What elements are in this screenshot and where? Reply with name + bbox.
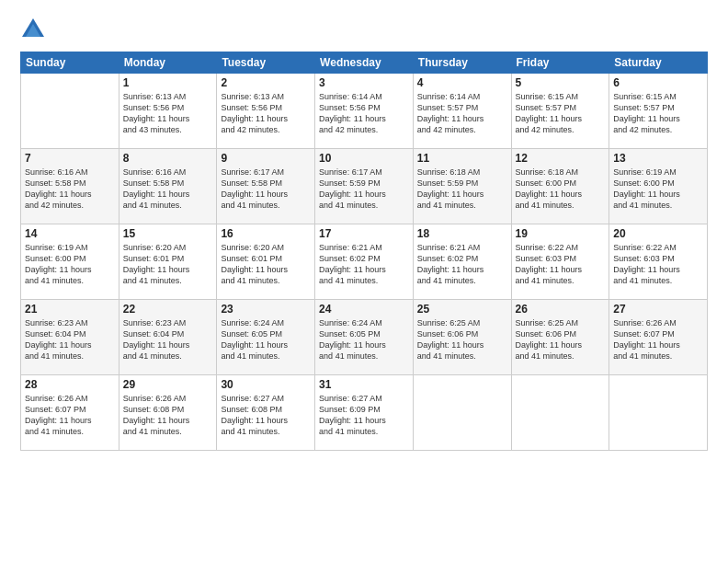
day-info: Sunrise: 6:17 AM Sunset: 5:58 PM Dayligh… <box>221 167 311 212</box>
day-number: 9 <box>221 152 311 165</box>
day-info: Sunrise: 6:14 AM Sunset: 5:57 PM Dayligh… <box>417 91 507 136</box>
day-number: 13 <box>613 152 703 165</box>
day-number: 29 <box>123 378 213 391</box>
day-info: Sunrise: 6:25 AM Sunset: 6:06 PM Dayligh… <box>516 317 606 362</box>
day-number: 25 <box>417 303 507 316</box>
calendar-cell: 17Sunrise: 6:21 AM Sunset: 6:02 PM Dayli… <box>315 224 414 300</box>
calendar-cell: 24Sunrise: 6:24 AM Sunset: 6:05 PM Dayli… <box>315 300 414 375</box>
calendar-table: SundayMondayTuesdayWednesdayThursdayFrid… <box>20 52 708 451</box>
logo-icon <box>20 17 46 42</box>
day-number: 31 <box>319 378 409 391</box>
calendar-cell <box>413 375 511 451</box>
calendar-cell <box>21 74 119 149</box>
calendar-cell: 4Sunrise: 6:14 AM Sunset: 5:57 PM Daylig… <box>413 74 511 149</box>
calendar-cell: 12Sunrise: 6:18 AM Sunset: 6:00 PM Dayli… <box>511 149 609 224</box>
day-number: 27 <box>613 303 703 316</box>
day-info: Sunrise: 6:23 AM Sunset: 6:04 PM Dayligh… <box>123 317 213 362</box>
calendar-cell: 14Sunrise: 6:19 AM Sunset: 6:00 PM Dayli… <box>21 224 119 300</box>
calendar-cell: 18Sunrise: 6:21 AM Sunset: 6:02 PM Dayli… <box>413 224 511 300</box>
header-tuesday: Tuesday <box>217 52 315 74</box>
calendar-cell: 1Sunrise: 6:13 AM Sunset: 5:56 PM Daylig… <box>119 74 217 149</box>
calendar-header-row: SundayMondayTuesdayWednesdayThursdayFrid… <box>21 52 708 74</box>
day-info: Sunrise: 6:19 AM Sunset: 6:00 PM Dayligh… <box>25 242 115 287</box>
day-number: 20 <box>613 227 703 240</box>
day-number: 2 <box>221 76 311 89</box>
day-number: 17 <box>319 227 409 240</box>
day-number: 22 <box>123 303 213 316</box>
header-monday: Monday <box>119 52 217 74</box>
header-thursday: Thursday <box>413 52 511 74</box>
day-info: Sunrise: 6:15 AM Sunset: 5:57 PM Dayligh… <box>613 91 703 136</box>
header-sunday: Sunday <box>21 52 119 74</box>
calendar-cell <box>511 375 609 451</box>
day-number: 11 <box>417 152 507 165</box>
day-number: 8 <box>123 152 213 165</box>
day-info: Sunrise: 6:27 AM Sunset: 6:08 PM Dayligh… <box>221 393 311 438</box>
day-info: Sunrise: 6:22 AM Sunset: 6:03 PM Dayligh… <box>516 242 606 287</box>
page: SundayMondayTuesdayWednesdayThursdayFrid… <box>0 0 728 563</box>
day-number: 3 <box>319 76 409 89</box>
day-info: Sunrise: 6:20 AM Sunset: 6:01 PM Dayligh… <box>123 242 213 287</box>
header-friday: Friday <box>511 52 609 74</box>
day-info: Sunrise: 6:21 AM Sunset: 6:02 PM Dayligh… <box>417 242 507 287</box>
day-info: Sunrise: 6:24 AM Sunset: 6:05 PM Dayligh… <box>221 317 311 362</box>
header-saturday: Saturday <box>609 52 708 74</box>
calendar-cell: 3Sunrise: 6:14 AM Sunset: 5:56 PM Daylig… <box>315 74 414 149</box>
day-number: 4 <box>417 76 507 89</box>
calendar-cell: 9Sunrise: 6:17 AM Sunset: 5:58 PM Daylig… <box>217 149 315 224</box>
day-info: Sunrise: 6:27 AM Sunset: 6:09 PM Dayligh… <box>319 393 409 438</box>
day-info: Sunrise: 6:26 AM Sunset: 6:08 PM Dayligh… <box>123 393 213 438</box>
calendar-cell: 26Sunrise: 6:25 AM Sunset: 6:06 PM Dayli… <box>511 300 609 375</box>
calendar-cell: 23Sunrise: 6:24 AM Sunset: 6:05 PM Dayli… <box>217 300 315 375</box>
day-number: 5 <box>516 76 606 89</box>
calendar-week-1: 1Sunrise: 6:13 AM Sunset: 5:56 PM Daylig… <box>21 74 708 149</box>
day-info: Sunrise: 6:26 AM Sunset: 6:07 PM Dayligh… <box>25 393 115 438</box>
day-number: 6 <box>613 76 703 89</box>
day-info: Sunrise: 6:18 AM Sunset: 6:00 PM Dayligh… <box>516 167 606 212</box>
calendar-cell: 28Sunrise: 6:26 AM Sunset: 6:07 PM Dayli… <box>21 375 119 451</box>
calendar-cell: 25Sunrise: 6:25 AM Sunset: 6:06 PM Dayli… <box>413 300 511 375</box>
calendar-cell: 5Sunrise: 6:15 AM Sunset: 5:57 PM Daylig… <box>511 74 609 149</box>
day-info: Sunrise: 6:20 AM Sunset: 6:01 PM Dayligh… <box>221 242 311 287</box>
day-number: 1 <box>123 76 213 89</box>
calendar-week-4: 21Sunrise: 6:23 AM Sunset: 6:04 PM Dayli… <box>21 300 708 375</box>
calendar-cell <box>609 375 708 451</box>
day-info: Sunrise: 6:13 AM Sunset: 5:56 PM Dayligh… <box>123 91 213 136</box>
calendar-cell: 22Sunrise: 6:23 AM Sunset: 6:04 PM Dayli… <box>119 300 217 375</box>
day-number: 26 <box>516 303 606 316</box>
day-number: 21 <box>25 303 115 316</box>
calendar-cell: 16Sunrise: 6:20 AM Sunset: 6:01 PM Dayli… <box>217 224 315 300</box>
calendar-cell: 11Sunrise: 6:18 AM Sunset: 5:59 PM Dayli… <box>413 149 511 224</box>
calendar-cell: 27Sunrise: 6:26 AM Sunset: 6:07 PM Dayli… <box>609 300 708 375</box>
header-wednesday: Wednesday <box>315 52 414 74</box>
day-info: Sunrise: 6:23 AM Sunset: 6:04 PM Dayligh… <box>25 317 115 362</box>
day-info: Sunrise: 6:14 AM Sunset: 5:56 PM Dayligh… <box>319 91 409 136</box>
calendar-cell: 29Sunrise: 6:26 AM Sunset: 6:08 PM Dayli… <box>119 375 217 451</box>
day-info: Sunrise: 6:15 AM Sunset: 5:57 PM Dayligh… <box>516 91 606 136</box>
calendar-cell: 21Sunrise: 6:23 AM Sunset: 6:04 PM Dayli… <box>21 300 119 375</box>
day-info: Sunrise: 6:18 AM Sunset: 5:59 PM Dayligh… <box>417 167 507 212</box>
day-info: Sunrise: 6:13 AM Sunset: 5:56 PM Dayligh… <box>221 91 311 136</box>
day-info: Sunrise: 6:24 AM Sunset: 6:05 PM Dayligh… <box>319 317 409 362</box>
day-number: 30 <box>221 378 311 391</box>
header <box>20 17 708 42</box>
calendar-cell: 10Sunrise: 6:17 AM Sunset: 5:59 PM Dayli… <box>315 149 414 224</box>
day-number: 15 <box>123 227 213 240</box>
day-info: Sunrise: 6:16 AM Sunset: 5:58 PM Dayligh… <box>123 167 213 212</box>
day-info: Sunrise: 6:25 AM Sunset: 6:06 PM Dayligh… <box>417 317 507 362</box>
logo <box>20 17 50 42</box>
day-number: 24 <box>319 303 409 316</box>
day-info: Sunrise: 6:17 AM Sunset: 5:59 PM Dayligh… <box>319 167 409 212</box>
calendar-cell: 13Sunrise: 6:19 AM Sunset: 6:00 PM Dayli… <box>609 149 708 224</box>
calendar-cell: 7Sunrise: 6:16 AM Sunset: 5:58 PM Daylig… <box>21 149 119 224</box>
calendar-cell: 20Sunrise: 6:22 AM Sunset: 6:03 PM Dayli… <box>609 224 708 300</box>
day-info: Sunrise: 6:19 AM Sunset: 6:00 PM Dayligh… <box>613 167 703 212</box>
day-number: 7 <box>25 152 115 165</box>
calendar-week-3: 14Sunrise: 6:19 AM Sunset: 6:00 PM Dayli… <box>21 224 708 300</box>
day-number: 28 <box>25 378 115 391</box>
day-number: 14 <box>25 227 115 240</box>
day-info: Sunrise: 6:22 AM Sunset: 6:03 PM Dayligh… <box>613 242 703 287</box>
day-info: Sunrise: 6:16 AM Sunset: 5:58 PM Dayligh… <box>25 167 115 212</box>
calendar-week-5: 28Sunrise: 6:26 AM Sunset: 6:07 PM Dayli… <box>21 375 708 451</box>
calendar-cell: 8Sunrise: 6:16 AM Sunset: 5:58 PM Daylig… <box>119 149 217 224</box>
